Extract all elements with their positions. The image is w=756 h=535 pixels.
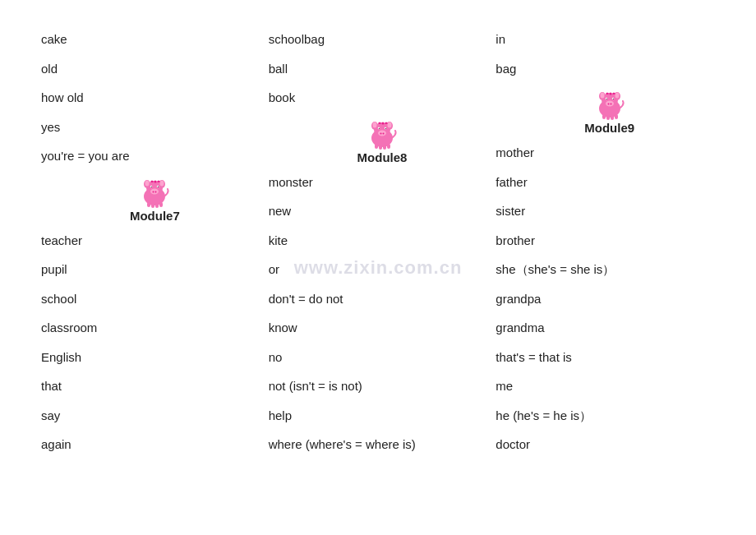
list-item: ball <box>269 54 496 84</box>
list-item: schoolbag <box>269 25 496 54</box>
list-item: say <box>41 401 269 431</box>
module7-header: Module7 <box>41 178 269 223</box>
svg-point-8 <box>155 191 157 192</box>
svg-point-5 <box>160 180 164 186</box>
list-item: you're = you are <box>41 141 269 171</box>
list-item: brother <box>496 226 723 256</box>
list-item: where (where's = where is) <box>269 430 496 459</box>
svg-point-35 <box>382 122 385 124</box>
svg-rect-14 <box>151 203 154 208</box>
svg-point-26 <box>383 132 385 134</box>
list-item: English <box>41 343 269 372</box>
svg-point-24 <box>378 130 386 136</box>
module8-header: Module8 <box>269 119 496 164</box>
list-item: don't = do not <box>269 284 496 314</box>
list-item: bag <box>496 54 723 84</box>
svg-point-47 <box>606 99 606 99</box>
list-item: yes <box>41 113 269 142</box>
svg-point-17 <box>154 180 157 182</box>
list-item: teacher <box>41 226 269 256</box>
svg-point-3 <box>145 180 150 186</box>
svg-point-43 <box>607 104 609 105</box>
svg-rect-32 <box>379 145 382 150</box>
svg-rect-31 <box>375 144 378 149</box>
svg-point-42 <box>606 101 614 107</box>
list-item: kite <box>269 226 496 256</box>
svg-point-21 <box>373 122 377 127</box>
list-item: pupil <box>41 255 269 284</box>
list-item: doctor <box>496 430 723 459</box>
module8-label: Module8 <box>357 150 408 164</box>
main-content: cake old how old yes you're = you are <box>0 0 756 476</box>
svg-rect-50 <box>606 115 610 120</box>
list-item: no <box>269 343 496 372</box>
module9-header: Module9 <box>496 90 723 135</box>
svg-point-48 <box>612 99 613 99</box>
svg-point-39 <box>600 93 604 99</box>
svg-rect-51 <box>611 115 614 120</box>
svg-rect-13 <box>147 202 150 207</box>
svg-point-11 <box>151 186 152 187</box>
pig-icon <box>594 90 625 121</box>
svg-rect-49 <box>602 114 606 119</box>
list-item: father <box>496 168 723 197</box>
list-item: school <box>41 284 269 314</box>
list-item: again <box>41 430 269 459</box>
list-item: know <box>269 313 496 343</box>
svg-rect-33 <box>383 145 386 150</box>
svg-point-25 <box>380 132 382 134</box>
list-item: that <box>41 371 269 401</box>
module9-label: Module9 <box>584 121 634 135</box>
svg-point-6 <box>150 188 159 194</box>
svg-point-23 <box>388 122 392 127</box>
list-item: grandpa <box>496 284 723 314</box>
svg-rect-52 <box>615 114 618 119</box>
svg-point-53 <box>609 93 611 95</box>
list-item: classroom <box>41 313 269 343</box>
list-item: cake <box>41 25 269 54</box>
list-item: grandma <box>496 313 723 343</box>
pig-icon <box>366 119 398 150</box>
list-item: that's = that is <box>496 343 723 372</box>
list-item: old <box>41 54 269 84</box>
list-item: he (he's = he is） <box>496 401 723 431</box>
list-item: help <box>269 401 496 431</box>
list-item: how old <box>41 83 269 113</box>
module7-label: Module7 <box>130 209 180 223</box>
svg-point-44 <box>610 104 611 105</box>
svg-rect-34 <box>387 144 390 149</box>
list-item: she（she's = she is） <box>496 255 723 284</box>
column-1: cake old how old yes you're = you are <box>41 25 269 459</box>
svg-point-12 <box>158 186 159 187</box>
svg-point-7 <box>153 191 154 192</box>
list-item: in <box>496 25 723 54</box>
list-item: or <box>269 255 496 284</box>
list-item: book <box>269 83 496 113</box>
svg-point-41 <box>615 93 619 99</box>
column-2: schoolbag ball book <box>269 25 496 459</box>
list-item: new <box>269 196 496 226</box>
list-item: me <box>496 371 723 401</box>
list-item: not (isn't = is not) <box>269 371 496 401</box>
column-3: in bag <box>496 25 723 459</box>
list-item: sister <box>496 196 723 226</box>
list-item: monster <box>269 168 496 197</box>
svg-point-30 <box>385 127 386 128</box>
svg-rect-15 <box>155 203 159 208</box>
list-item: mother <box>496 138 723 168</box>
svg-rect-16 <box>159 202 163 207</box>
svg-point-29 <box>379 127 380 128</box>
pig-icon <box>139 178 170 209</box>
